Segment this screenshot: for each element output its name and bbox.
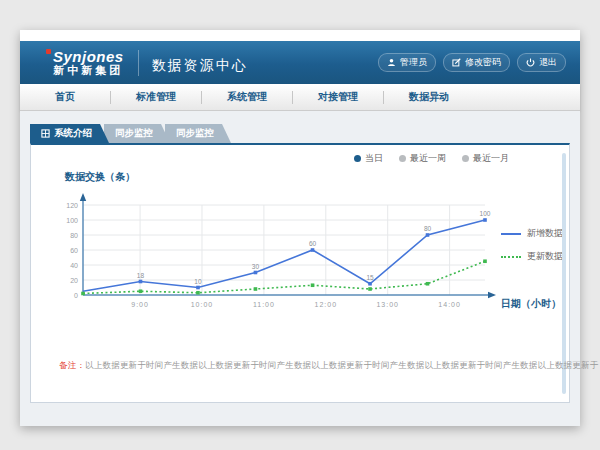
- tab-2[interactable]: 同步监控: [165, 124, 231, 143]
- svg-text:100: 100: [66, 217, 78, 224]
- svg-text:10:00: 10:00: [191, 301, 214, 308]
- radio-label: 当日: [365, 152, 383, 165]
- header-action-label: 修改密码: [465, 56, 501, 69]
- legend-line-sample: [501, 256, 521, 258]
- svg-text:10: 10: [194, 278, 202, 285]
- radio-2[interactable]: 最近一月: [462, 152, 509, 165]
- user-icon: [387, 58, 396, 67]
- tabs-row: 系统介绍同步监控同步监控: [30, 124, 580, 143]
- note-text: 以上数据更新于时间产生数据以上数据更新于时间产生数据以上数据更新于时间产生数据以…: [85, 360, 598, 370]
- app-title: 数据资源中心: [152, 57, 248, 75]
- header-action-0[interactable]: 管理员: [378, 53, 436, 72]
- legend-line-sample: [501, 233, 521, 235]
- radio-label: 最近一月: [473, 152, 509, 165]
- legend-item-0[interactable]: 新增数据: [501, 227, 583, 240]
- svg-text:100: 100: [480, 210, 491, 217]
- legend-label: 新增数据: [527, 227, 563, 240]
- header-action-1[interactable]: 修改密码: [443, 53, 510, 72]
- app-header: Synjones 新中新集团 数据资源中心 管理员修改密码退出: [20, 41, 580, 84]
- radio-dot-icon: [399, 155, 406, 162]
- y-axis-title: 数据交换（条）: [65, 170, 135, 184]
- radio-dot-icon: [462, 155, 469, 162]
- svg-text:0: 0: [74, 292, 78, 299]
- edit-icon: [452, 58, 461, 67]
- radio-1[interactable]: 最近一周: [399, 152, 446, 165]
- svg-text:120: 120: [66, 202, 78, 209]
- nav-item-2[interactable]: 系统管理: [202, 90, 292, 104]
- svg-text:80: 80: [70, 232, 78, 239]
- logo: Synjones 新中新集团: [53, 49, 124, 76]
- chart-legend: 新增数据更新数据: [501, 227, 583, 263]
- svg-text:11:00: 11:00: [253, 301, 275, 308]
- legend-item-1[interactable]: 更新数据: [501, 250, 583, 263]
- nav-item-3[interactable]: 对接管理: [293, 90, 383, 104]
- svg-text:20: 20: [70, 277, 78, 284]
- radio-label: 最近一周: [410, 152, 446, 165]
- tab-1[interactable]: 同步监控: [104, 124, 170, 143]
- svg-text:60: 60: [309, 240, 317, 247]
- svg-text:13:00: 13:00: [376, 301, 399, 308]
- range-filter-radios: 当日最近一周最近一月: [354, 152, 509, 165]
- grid-icon: [41, 129, 50, 138]
- svg-text:60: 60: [70, 247, 78, 254]
- chart-right-column: 新增数据更新数据 日期（小时）: [497, 187, 583, 325]
- header-actions: 管理员修改密码退出: [378, 53, 566, 72]
- nav-item-0[interactable]: 首页: [20, 90, 110, 104]
- tab-label: 同步监控: [176, 127, 214, 140]
- radio-0[interactable]: 当日: [354, 152, 383, 165]
- header-divider: [138, 50, 139, 76]
- line-chart: 0204060801001209:0010:0011:0012:0013:001…: [45, 187, 497, 325]
- chart-row: 0204060801001209:0010:0011:0012:0013:001…: [45, 187, 583, 325]
- svg-text:14:00: 14:00: [438, 301, 461, 308]
- chart-panel: 当日最近一周最近一月 数据交换（条） 0204060801001209:0010…: [30, 143, 570, 403]
- logo-subtext: 新中新集团: [53, 65, 124, 77]
- nav-item-1[interactable]: 标准管理: [111, 90, 201, 104]
- header-action-label: 退出: [539, 56, 557, 69]
- content-area: 系统介绍同步监控同步监控 当日最近一周最近一月 数据交换（条） 02040608…: [20, 111, 580, 426]
- header-action-2[interactable]: 退出: [517, 53, 566, 72]
- footer-note: 备注：以上数据更新于时间产生数据以上数据更新于时间产生数据以上数据更新于时间产生…: [59, 360, 598, 372]
- svg-text:30: 30: [252, 263, 260, 270]
- panel-scrollbar[interactable]: [562, 153, 566, 394]
- header-action-label: 管理员: [400, 56, 427, 69]
- note-label: 备注：: [59, 360, 85, 370]
- logo-accent: [46, 49, 51, 54]
- tab-label: 系统介绍: [54, 127, 92, 140]
- svg-text:15: 15: [366, 274, 374, 281]
- svg-text:80: 80: [424, 225, 432, 232]
- svg-text:18: 18: [137, 272, 145, 279]
- tab-0[interactable]: 系统介绍: [30, 124, 109, 143]
- svg-text:9:00: 9:00: [131, 301, 149, 308]
- legend-label: 更新数据: [527, 250, 563, 263]
- svg-text:40: 40: [70, 262, 78, 269]
- x-axis-title: 日期（小时）: [501, 297, 561, 311]
- logo-text: Synjones: [53, 49, 124, 65]
- radio-dot-icon: [354, 155, 361, 162]
- nav-bar: 首页标准管理系统管理对接管理数据异动: [20, 84, 580, 111]
- nav-item-4[interactable]: 数据异动: [384, 90, 474, 104]
- app-window: Synjones 新中新集团 数据资源中心 管理员修改密码退出 首页标准管理系统…: [20, 30, 580, 426]
- svg-text:12:00: 12:00: [315, 301, 338, 308]
- logout-icon: [526, 58, 535, 67]
- tab-label: 同步监控: [115, 127, 153, 140]
